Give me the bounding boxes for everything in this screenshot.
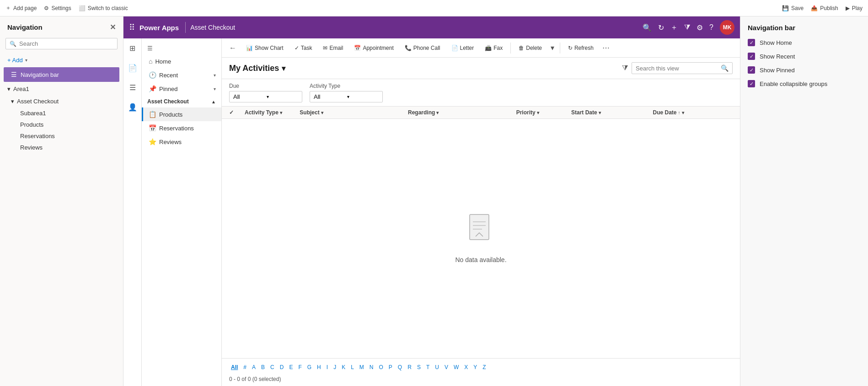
delete-button[interactable]: 🗑 Delete [514,42,547,54]
asset-checkout-header[interactable]: ▾ Asset Checkout [0,95,123,107]
alpha-item-f[interactable]: F [296,363,303,371]
filter-header-icon[interactable]: ⧩ [684,23,690,32]
add-page-button[interactable]: ＋ Add page [5,4,37,12]
nav-reviews[interactable]: Reviews [0,142,123,153]
sidebar-home-icon[interactable]: ⊞ [128,42,137,54]
alpha-item-x[interactable]: X [462,363,470,371]
th-check[interactable]: ✓ [229,109,243,116]
view-dropdown-icon[interactable]: ▾ [282,64,285,73]
nav-reviews-item[interactable]: ⭐ Reviews [142,135,221,149]
back-button[interactable]: ← [225,42,240,54]
alpha-item-c[interactable]: C [268,363,276,371]
th-subject[interactable]: Subject ▾ [300,109,406,116]
switch-classic-button[interactable]: ⬜ Switch to classic [79,5,128,11]
settings-button[interactable]: ⚙ Settings [44,5,71,11]
alpha-item-o[interactable]: O [377,363,385,371]
letter-button[interactable]: 📄 Letter [446,42,479,54]
alpha-item-p[interactable]: P [387,363,394,371]
search-view-icon[interactable]: 🔍 [721,64,729,72]
alpha-bar: All#ABCDEFGHIJKLMNOPQRSTUVWXYZ [229,360,733,374]
alpha-item-y[interactable]: Y [472,363,479,371]
alpha-item-u[interactable]: U [433,363,441,371]
task-button[interactable]: ✓ Task [289,42,317,54]
fax-button[interactable]: 📠 Fax [480,42,508,54]
alpha-item-#[interactable]: # [241,363,248,371]
nav-reservations[interactable]: Reservations [0,130,123,142]
nav-products[interactable]: Products [0,119,123,130]
alpha-item-all[interactable]: All [229,363,240,371]
alpha-item-t[interactable]: T [424,363,431,371]
search-view-input[interactable] [636,65,718,72]
search-input[interactable] [19,40,113,47]
show-chart-button[interactable]: 📊 Show Chart [241,42,289,54]
alpha-item-v[interactable]: V [443,363,450,371]
alpha-item-r[interactable]: R [406,363,413,371]
due-filter-select[interactable]: All ▾ [229,91,302,102]
help-header-icon[interactable]: ? [709,23,713,32]
nav-tree-hamburger[interactable]: ☰ [142,42,221,54]
alpha-item-j[interactable]: J [332,363,338,371]
nav-bar-item[interactable]: ☰ Navigation bar [4,67,119,82]
more-options-button[interactable]: ▾ [548,42,557,54]
nav-pinned-item[interactable]: 📌 Pinned ▾ [142,82,221,96]
activity-type-filter-select[interactable]: All ▾ [310,91,383,102]
alpha-item-z[interactable]: Z [481,363,488,371]
alpha-item-k[interactable]: K [340,363,347,371]
settings-header-icon[interactable]: ⚙ [697,23,703,32]
th-due-date[interactable]: Due Date ↑ ▾ [653,109,733,116]
phone-call-button[interactable]: 📞 Phone Call [400,42,445,54]
toolbar-ellipsis[interactable]: ⋯ [600,42,612,54]
email-button[interactable]: ✉ Email [318,42,348,54]
alpha-item-e[interactable]: E [287,363,295,371]
alpha-item-d[interactable]: D [278,363,286,371]
appointment-icon: 📅 [354,45,361,51]
recent-icon: 🕐 [149,71,156,79]
alpha-item-a[interactable]: A [250,363,257,371]
area1-header[interactable]: ▾ Area1 [0,83,123,95]
check-icon: ✓ [229,109,234,116]
alpha-item-l[interactable]: L [349,363,356,371]
alpha-item-s[interactable]: S [415,363,423,371]
filter-icon[interactable]: ⧩ [622,64,628,72]
nav-subarea1[interactable]: Subarea1 [0,107,123,119]
refresh-header-icon[interactable]: ↻ [658,23,664,32]
due-chevron-icon: ▾ [267,94,298,99]
th-activity-type[interactable]: Activity Type ▾ [245,109,298,116]
alpha-item-q[interactable]: Q [396,363,404,371]
alpha-item-w[interactable]: W [452,363,461,371]
refresh-button[interactable]: ↻ Refresh [563,42,599,54]
alpha-item-b[interactable]: B [259,363,267,371]
user-avatar[interactable]: MK [720,20,734,35]
sidebar-doc-icon[interactable]: 📄 [126,62,139,74]
search-header-icon[interactable]: 🔍 [643,23,652,32]
th-priority[interactable]: Priority ▾ [516,109,569,116]
appointment-button[interactable]: 📅 Appointment [349,42,398,54]
alpha-item-m[interactable]: M [358,363,366,371]
checkbox-0[interactable]: ✓ [748,39,755,46]
checkbox-3[interactable]: ✓ [748,80,755,87]
nav-home-item[interactable]: ⌂ Home [142,54,221,68]
asset-checkout-group[interactable]: Asset Checkout ▲ [142,96,221,107]
nav-products-item[interactable]: 📋 Products [142,107,221,121]
sidebar-people-icon[interactable]: 👤 [126,101,139,113]
play-button[interactable]: ▶ Play [846,5,863,11]
alpha-item-n[interactable]: N [368,363,375,371]
publish-button[interactable]: 📤 Publish [811,5,838,11]
nav-reservations-item[interactable]: 📅 Reservations [142,121,221,135]
checkbox-2[interactable]: ✓ [748,66,755,74]
alpha-item-g[interactable]: G [305,363,313,371]
alpha-item-i[interactable]: I [325,363,330,371]
th-start-date[interactable]: Start Date ▾ [571,109,651,116]
nav-recent-item[interactable]: 🕐 Recent ▾ [142,68,221,82]
area1-collapse-icon: ▾ [7,86,11,92]
close-icon[interactable]: ✕ [110,23,116,32]
save-button[interactable]: 💾 Save [782,5,804,11]
checkbox-1[interactable]: ✓ [748,53,755,60]
add-button[interactable]: + Add ▾ [0,54,123,66]
th-regarding[interactable]: Regarding ▾ [408,109,514,116]
add-header-icon[interactable]: ＋ [670,23,678,32]
grid-icon[interactable]: ⠿ [129,22,135,32]
sidebar-list-icon[interactable]: ☰ [128,81,138,94]
nav-bar-icon: ☰ [11,71,17,78]
alpha-item-h[interactable]: H [315,363,323,371]
